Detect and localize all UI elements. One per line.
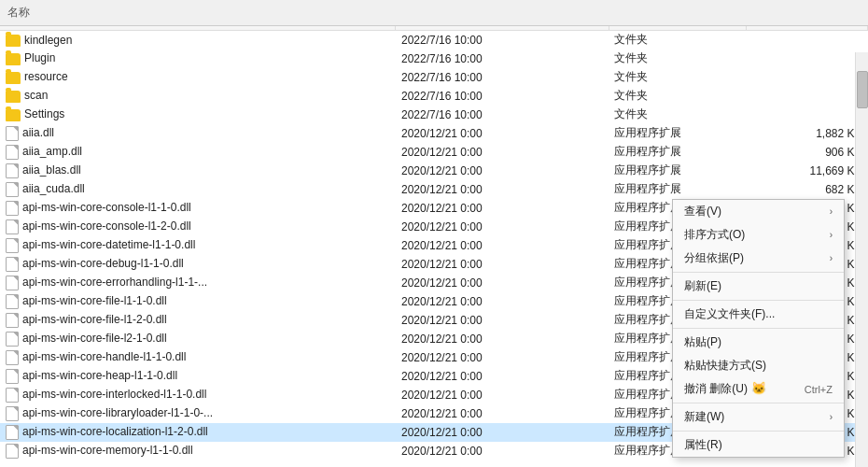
scrollbar-thumb[interactable]	[857, 71, 868, 108]
file-icon	[6, 238, 19, 253]
file-date: 2022/7/16 10:00	[396, 106, 609, 124]
file-type: 文件夹	[609, 87, 746, 106]
file-icon	[6, 369, 19, 384]
context-menu-item[interactable]: 新建(W)›	[673, 405, 844, 429]
file-date: 2020/12/21 0:00	[396, 442, 609, 460]
menu-item-label: 自定义文件夹(F)...	[684, 306, 775, 322]
menu-item-label: 粘贴快捷方式(S)	[684, 358, 766, 374]
file-icon	[6, 332, 19, 347]
file-type: 文件夹	[609, 68, 746, 87]
menu-item-label: 排序方式(O)	[684, 227, 745, 243]
context-menu-item[interactable]: 分组依据(P)›	[673, 247, 844, 270]
file-size: 11,669 KB	[746, 162, 867, 180]
file-list-area: kindlegen2022/7/16 10:00文件夹Plugin2022/7/…	[0, 26, 868, 467]
file-icon	[6, 276, 19, 290]
menu-item-label: 新建(W)	[684, 409, 724, 425]
file-icon	[6, 406, 19, 421]
table-row[interactable]: Plugin2022/7/16 10:00文件夹	[0, 50, 868, 68]
file-icon	[6, 444, 19, 459]
scrollbar[interactable]	[855, 52, 868, 467]
table-row[interactable]: aiia_amp.dll2020/12/21 0:00应用程序扩展906 KB	[0, 143, 868, 162]
table-row[interactable]: resource2022/7/16 10:00文件夹	[0, 68, 868, 87]
file-date: 2020/12/21 0:00	[396, 292, 609, 311]
file-date: 2022/7/16 10:00	[396, 50, 609, 68]
context-menu-item[interactable]: 排序方式(O)›	[673, 223, 844, 247]
file-size	[746, 31, 867, 50]
menu-item-label: 粘贴(P)	[684, 334, 721, 350]
file-size	[746, 106, 867, 124]
menu-item-label: 撤消 删除(U)🐱	[684, 381, 766, 397]
file-size	[746, 68, 867, 87]
file-icon	[6, 163, 19, 178]
context-menu-item[interactable]: 查看(V)›	[673, 200, 844, 223]
top-bar-path: 名称	[7, 5, 30, 21]
menu-divider	[673, 300, 844, 301]
menu-item-label: 分组依据(P)	[684, 250, 744, 266]
menu-item-arrow: ›	[830, 253, 833, 263]
file-icon	[6, 182, 19, 197]
file-type: 应用程序扩展	[609, 162, 746, 180]
file-type: 文件夹	[609, 50, 746, 68]
context-menu-item[interactable]: 属性(R)	[673, 433, 844, 457]
file-date: 2020/12/21 0:00	[396, 404, 609, 423]
file-icon	[6, 313, 19, 328]
table-row[interactable]: Settings2022/7/16 10:00文件夹	[0, 106, 868, 124]
menu-item-shortcut: Ctrl+Z	[805, 384, 833, 395]
menu-item-label: 属性(R)	[684, 437, 722, 453]
file-date: 2020/12/21 0:00	[396, 367, 609, 386]
folder-icon	[6, 72, 21, 84]
file-date: 2020/12/21 0:00	[396, 199, 609, 218]
folder-icon	[6, 91, 21, 103]
file-type: 应用程序扩展	[609, 143, 746, 162]
menu-item-emoji: 🐱	[751, 381, 766, 395]
context-menu-item[interactable]: 刷新(E)	[673, 275, 844, 298]
file-size: 906 KB	[746, 143, 867, 162]
context-menu-item[interactable]: 粘贴(P)	[673, 331, 844, 354]
file-icon	[6, 201, 19, 216]
file-icon	[6, 257, 19, 272]
menu-divider	[673, 272, 844, 273]
file-type: 文件夹	[609, 106, 746, 124]
table-row[interactable]: aiia.dll2020/12/21 0:00应用程序扩展1,882 KB	[0, 124, 868, 143]
file-date: 2020/12/21 0:00	[396, 348, 609, 367]
context-menu-item[interactable]: 自定义文件夹(F)...	[673, 303, 844, 326]
file-date: 2022/7/16 10:00	[396, 68, 609, 87]
file-type: 应用程序扩展	[609, 124, 746, 143]
file-date: 2020/12/21 0:00	[396, 274, 609, 292]
folder-icon	[6, 35, 21, 47]
menu-item-label: 查看(V)	[684, 204, 721, 219]
menu-item-arrow: ›	[830, 412, 833, 422]
file-icon	[6, 388, 19, 403]
file-size	[746, 87, 867, 106]
file-date: 2020/12/21 0:00	[396, 218, 609, 236]
context-menu-item[interactable]: 粘贴快捷方式(S)	[673, 354, 844, 377]
file-date: 2020/12/21 0:00	[396, 180, 609, 199]
file-date: 2020/12/21 0:00	[396, 386, 609, 404]
table-row[interactable]: aiia_blas.dll2020/12/21 0:00应用程序扩展11,669…	[0, 162, 868, 180]
context-menu-item[interactable]: 撤消 删除(U)🐱Ctrl+Z	[673, 377, 844, 401]
menu-item-arrow: ›	[830, 230, 833, 240]
file-date: 2020/12/21 0:00	[396, 311, 609, 330]
file-size: 682 KB	[746, 180, 867, 199]
menu-divider	[673, 431, 844, 432]
file-date: 2020/12/21 0:00	[396, 330, 609, 348]
file-icon	[6, 126, 19, 141]
file-type: 应用程序扩展	[609, 180, 746, 199]
table-row[interactable]: kindlegen2022/7/16 10:00文件夹	[0, 31, 868, 50]
file-icon	[6, 350, 19, 365]
file-icon	[6, 294, 19, 309]
table-row[interactable]: aiia_cuda.dll2020/12/21 0:00应用程序扩展682 KB	[0, 180, 868, 199]
menu-item-label: 刷新(E)	[684, 278, 721, 294]
top-bar: 名称	[0, 0, 868, 26]
file-type: 文件夹	[609, 31, 746, 50]
file-date: 2022/7/16 10:00	[396, 31, 609, 50]
table-row[interactable]: scan2022/7/16 10:00文件夹	[0, 87, 868, 106]
file-date: 2020/12/21 0:00	[396, 236, 609, 255]
menu-divider	[673, 403, 844, 403]
menu-divider	[673, 328, 844, 329]
file-icon	[6, 425, 19, 440]
folder-icon	[6, 53, 21, 65]
file-size	[746, 50, 867, 68]
file-icon	[6, 145, 19, 160]
file-date: 2020/12/21 0:00	[396, 162, 609, 180]
